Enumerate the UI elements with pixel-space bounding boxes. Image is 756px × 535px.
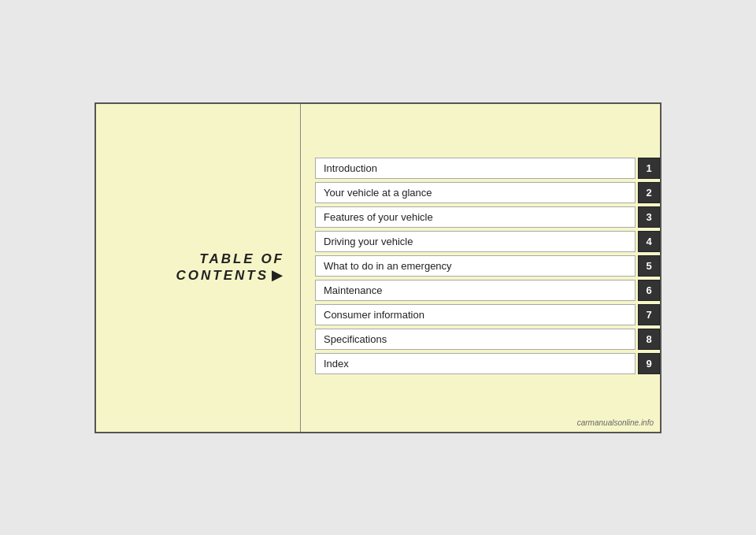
toc-item-label-2: Your vehicle at a glance	[315, 182, 636, 203]
toc-row[interactable]: What to do in an emergency5	[315, 255, 660, 277]
toc-row[interactable]: Introduction1	[315, 158, 660, 179]
toc-row[interactable]: Driving your vehicle4	[315, 231, 660, 252]
left-section: TABLE OF CONTENTS▶	[96, 104, 301, 432]
page-container: TABLE OF CONTENTS▶ Introduction1Your veh…	[94, 102, 662, 433]
right-section: Introduction1Your vehicle at a glance2Fe…	[301, 104, 660, 432]
watermark: carmanualsonline.info	[577, 418, 654, 427]
toc-row[interactable]: Consumer information7	[315, 304, 660, 325]
toc-item-number-8: 8	[638, 329, 660, 350]
toc-item-number-1: 1	[638, 158, 660, 179]
toc-item-label-5: What to do in an emergency	[315, 255, 636, 277]
toc-item-number-7: 7	[638, 304, 660, 325]
toc-item-number-6: 6	[638, 280, 660, 301]
toc-item-label-3: Features of your vehicle	[315, 206, 636, 228]
toc-item-label-1: Introduction	[315, 158, 636, 179]
toc-item-label-8: Specifications	[315, 329, 636, 350]
toc-row[interactable]: Maintenance6	[315, 280, 660, 301]
toc-row[interactable]: Your vehicle at a glance2	[315, 182, 660, 203]
toc-item-label-9: Index	[315, 353, 636, 374]
toc-row[interactable]: Index9	[315, 353, 660, 374]
toc-item-number-3: 3	[638, 206, 660, 228]
toc-item-label-4: Driving your vehicle	[315, 231, 636, 252]
toc-item-number-2: 2	[638, 182, 660, 203]
toc-item-label-6: Maintenance	[315, 280, 636, 301]
toc-item-label-7: Consumer information	[315, 304, 636, 325]
toc-item-number-4: 4	[638, 231, 660, 252]
toc-row[interactable]: Specifications8	[315, 329, 660, 350]
toc-title-arrow: ▶	[272, 268, 284, 283]
toc-row[interactable]: Features of your vehicle3	[315, 206, 660, 228]
toc-title-text: TABLE OF CONTENTS	[176, 251, 285, 283]
toc-title: TABLE OF CONTENTS▶	[96, 251, 284, 284]
toc-item-number-9: 9	[638, 353, 660, 374]
toc-item-number-5: 5	[638, 255, 660, 277]
